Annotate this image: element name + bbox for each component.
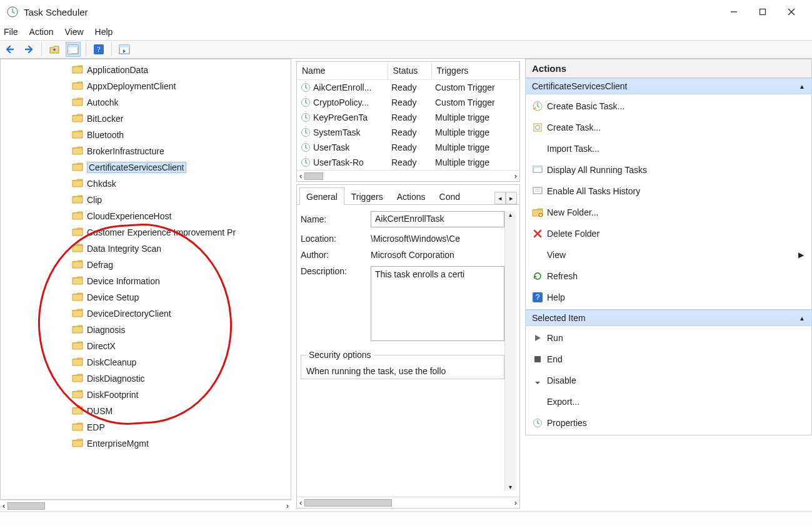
back-button[interactable] [3,42,18,57]
tree-item-label: Device Setup [87,292,139,302]
task-triggers: Custom Trigger [431,95,519,110]
action-item[interactable]: Run [528,330,810,346]
tabs-scroll-right[interactable]: ▸ [506,192,517,204]
tree-item[interactable]: DUSM [69,403,291,419]
task-row[interactable]: AikCertEnroll...ReadyCustom Trigger [297,80,519,96]
task-name: AikCertEnroll... [313,82,371,92]
menu-help[interactable]: Help [95,27,113,37]
task-row[interactable]: UserTaskReadyMultiple trigge [297,140,519,155]
tree-item-label: Diagnosis [87,325,125,335]
action-item[interactable]: New Folder... [528,204,810,221]
tree-item[interactable]: Chkdsk [69,176,291,192]
clock-icon [301,97,311,107]
svg-rect-21 [534,356,541,362]
task-triggers: Multiple trigge [431,155,519,170]
properties-button[interactable] [117,42,132,57]
action-item[interactable]: View▶ [528,247,810,263]
task-list[interactable]: Name Status Triggers AikCertEnroll...Rea… [296,61,520,182]
tree-item[interactable]: Device Setup [69,289,291,305]
action-item[interactable]: Delete Folder [528,226,810,242]
tree-item[interactable]: Bluetooth [69,127,291,143]
action-item[interactable]: Display All Running Tasks [528,162,810,178]
svg-rect-2 [760,9,766,15]
tree-item[interactable]: CertificateServicesClient [69,159,291,176]
minimize-button[interactable] [719,0,748,24]
tree-item[interactable]: ApplicationData [69,62,291,78]
tree-item[interactable]: Device Information [69,273,291,289]
tree-item[interactable]: Defrag [69,257,291,273]
tree-item[interactable]: AppxDeploymentClient [69,78,291,94]
task-status: Ready [388,155,431,170]
col-status[interactable]: Status [388,62,431,80]
action-label: Export... [547,397,579,407]
clock-icon [301,127,311,137]
tasklist-h-scroll[interactable]: ‹› [297,170,519,181]
tree-item[interactable]: BrokerInfrastructure [69,143,291,159]
action-item[interactable]: End [528,351,810,367]
tree-item[interactable]: DiskFootprint [69,387,291,403]
tab-triggers[interactable]: Triggers [344,187,390,205]
task-row[interactable]: KeyPreGenTaReadyMultiple trigge [297,110,519,125]
task-panel: Name Status Triggers AikCertEnroll...Rea… [294,59,525,511]
folder-icon [72,114,83,124]
col-triggers[interactable]: Triggers [431,62,519,80]
tabs-scroll-left[interactable]: ◂ [494,192,506,204]
tree-item[interactable]: DiskDiagnostic [69,370,291,387]
action-item[interactable]: Export... [528,394,810,410]
tree-item[interactable]: DiskCleanup [69,354,291,370]
tree-item[interactable]: Autochk [69,94,291,111]
folder-icon [72,341,83,352]
menu-action[interactable]: Action [29,27,54,37]
help-button[interactable]: ? [91,42,106,57]
tree-item-label: BitLocker [87,114,123,124]
action-item[interactable]: ?Help [528,289,810,305]
show-hide-tree-button[interactable] [66,42,81,57]
tree-item[interactable]: Customer Experience Improvement Pr [69,224,291,241]
description-field[interactable]: This task enrolls a certi [371,266,504,341]
toolbar: ? [0,40,812,59]
maximize-button[interactable] [748,0,777,24]
menu-file[interactable]: File [4,27,18,37]
menu-view[interactable]: View [64,27,83,37]
action-item[interactable]: Enable All Tasks History [528,183,810,199]
titlebar: Task Scheduler [0,0,812,24]
action-item[interactable]: Refresh [528,268,810,284]
tab-actions[interactable]: Actions [390,187,433,205]
tab-general[interactable]: General [299,187,344,205]
tree-h-scroll[interactable]: ‹› [0,500,291,511]
task-row[interactable]: SystemTaskReadyMultiple trigge [297,125,519,140]
svg-rect-17 [533,187,542,194]
tab-conditions[interactable]: Cond [433,187,467,205]
tree-item[interactable]: DirectX [69,338,291,354]
tree-item[interactable]: Clip [69,192,291,208]
action-item[interactable]: Properties [528,415,810,431]
tree-item[interactable]: EnterpriseMgmt [69,435,291,452]
action-group-header[interactable]: CertificateServicesClient▲ [525,78,812,94]
action-group-header[interactable]: Selected Item▲ [525,310,812,326]
action-item[interactable]: Create Basic Task... [528,98,810,114]
clock-icon [301,157,311,167]
tree-item[interactable]: CloudExperienceHost [69,208,291,224]
action-item[interactable]: Create Task... [528,119,810,136]
detail-h-scroll[interactable]: ‹› [297,497,519,508]
name-field[interactable]: AikCertEnrollTask [371,211,504,227]
task-row[interactable]: CryptoPolicy...ReadyCustom Trigger [297,95,519,110]
detail-v-scroll[interactable]: ▴▾ [504,211,516,490]
close-button[interactable] [777,0,806,24]
tree-item[interactable]: BitLocker [69,111,291,127]
task-status: Ready [388,80,431,96]
task-row[interactable]: UserTask-RoReadyMultiple trigge [297,155,519,170]
security-legend: Security options [306,350,374,360]
action-item[interactable]: Disable [528,372,810,389]
tree-item[interactable]: Diagnosis [69,322,291,338]
forward-button[interactable] [21,42,36,57]
svg-rect-7 [68,47,71,54]
tree-item[interactable]: DeviceDirectoryClient [69,305,291,322]
action-item[interactable]: Import Task... [528,141,810,157]
tree-item[interactable]: Data Integrity Scan [69,241,291,257]
tree-item-label: Bluetooth [87,130,124,140]
col-name[interactable]: Name [297,62,388,80]
tree-item[interactable]: EDP [69,419,291,435]
up-folder-button[interactable] [47,42,62,57]
action-label: Create Basic Task... [547,101,624,111]
